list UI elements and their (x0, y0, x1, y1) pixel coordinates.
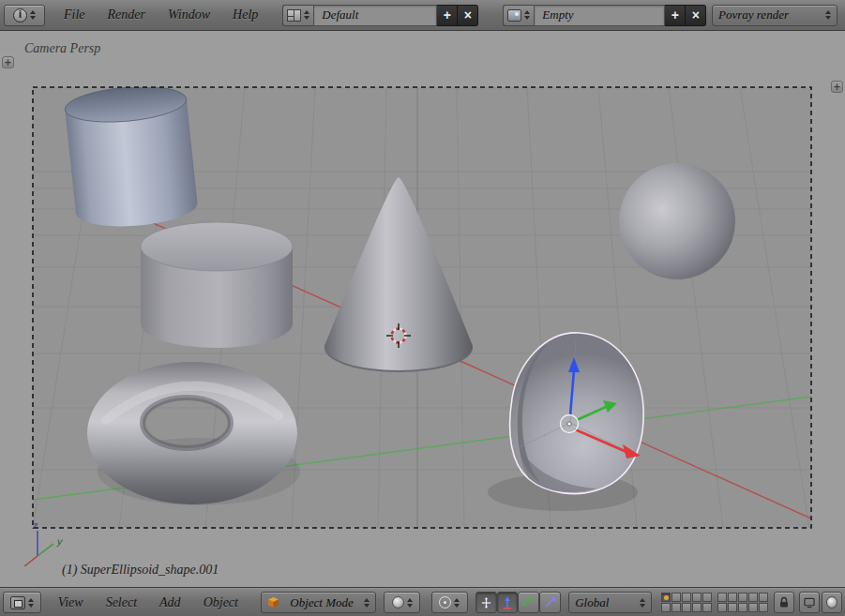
offscreen-render-button[interactable] (799, 592, 820, 613)
layer-15[interactable] (702, 603, 712, 612)
editor-type-arrows-icon (30, 10, 36, 20)
scene-icon (507, 9, 521, 22)
pivot-median-icon (439, 596, 451, 608)
layer-2[interactable] (671, 593, 681, 602)
viewport-editor-arrows-icon (28, 598, 34, 608)
layer-12[interactable] (671, 603, 681, 612)
menu-file[interactable]: File (53, 8, 97, 23)
tall-cylinder-object[interactable] (64, 83, 199, 232)
layer-13[interactable] (682, 603, 691, 612)
menu-help[interactable]: Help (221, 8, 269, 23)
scene-browse-arrows-icon (524, 10, 530, 20)
layer-16[interactable] (717, 603, 727, 612)
mode-dropdown[interactable]: Object Mode (261, 592, 376, 613)
editor-type-button[interactable]: i (4, 5, 45, 26)
active-object-label: (1) SuperEllipsoid_shape.001 (62, 563, 219, 578)
sphere-object[interactable] (619, 163, 735, 279)
manipulator-scale-button[interactable] (539, 592, 561, 613)
orientation-arrows-icon (640, 598, 645, 608)
scale-axis-icon (544, 596, 556, 608)
pivot-point-dropdown[interactable] (431, 592, 468, 613)
info-header: i File Render Window Help Default + × Em… (0, 0, 845, 31)
delete-scene-button[interactable]: × (686, 5, 706, 26)
3d-viewport[interactable]: z y Camera Persp (1) SuperEllipsoid_shap… (0, 31, 845, 588)
mode-label: Object Mode (290, 595, 354, 610)
viewport-scene: z y (0, 31, 845, 588)
viewport-header: View Select Add Object Object Mode (0, 588, 845, 616)
render-engine-arrows-icon (825, 10, 831, 20)
menu-view[interactable]: View (47, 595, 95, 610)
render-engine-label: Povray render (718, 8, 789, 23)
layer-20[interactable] (759, 603, 768, 612)
layer-object-dot (664, 595, 669, 600)
layer-17[interactable] (728, 603, 737, 612)
layer-4[interactable] (692, 593, 702, 602)
menu-window[interactable]: Window (157, 8, 221, 23)
delete-screen-button[interactable]: × (458, 5, 478, 26)
scene-browse-button[interactable] (503, 5, 534, 26)
layer-5[interactable] (702, 593, 712, 602)
layer-8[interactable] (738, 593, 747, 602)
layer-1[interactable] (661, 593, 671, 602)
layer-block-1 (661, 593, 712, 612)
material-preview-button[interactable] (822, 592, 842, 613)
toolshelf-expand-button[interactable]: + (2, 56, 14, 68)
manipulator-rotate-button[interactable] (518, 592, 539, 613)
layer-6[interactable] (717, 593, 727, 602)
rotate-arc-icon (522, 596, 535, 609)
properties-expand-button[interactable]: + (831, 81, 843, 93)
layer-10[interactable] (759, 593, 768, 602)
manipulator-toggle-button[interactable] (475, 592, 497, 613)
translate-axis-icon (502, 596, 513, 609)
layer-14[interactable] (692, 603, 702, 612)
screen-name-field[interactable]: Default (313, 5, 437, 26)
object-mode-cube-icon (267, 596, 279, 608)
view-name-label: Camera Persp (24, 41, 100, 56)
screen-layout-icon (287, 9, 301, 22)
transform-orientation-dropdown[interactable]: Global (568, 592, 652, 613)
screen-browse-button[interactable] (282, 5, 313, 26)
viewport-menu-bar: View Select Add Object (47, 595, 249, 610)
scene-name-field[interactable]: Empty (534, 5, 665, 26)
3d-view-editor-icon (10, 596, 25, 609)
layer-buttons (661, 593, 768, 612)
mini-axis-y-label: y (56, 536, 63, 548)
add-scene-button[interactable]: + (665, 5, 686, 26)
add-screen-button[interactable]: + (437, 5, 458, 26)
layer-block-2 (717, 593, 768, 612)
screen-selector: Default + × (282, 5, 478, 26)
top-menu-bar: File Render Window Help (53, 8, 269, 23)
mode-arrows-icon (364, 598, 370, 608)
lock-layers-button[interactable] (774, 592, 794, 613)
menu-select[interactable]: Select (95, 595, 148, 610)
layer-3[interactable] (682, 593, 691, 602)
menu-object[interactable]: Object (192, 595, 249, 610)
shading-arrows-icon (407, 598, 413, 608)
menu-add[interactable]: Add (148, 595, 192, 610)
info-editor-icon: i (13, 8, 27, 23)
pivot-arrows-icon (454, 598, 460, 608)
short-cylinder-object[interactable] (141, 222, 293, 348)
scene-selector: Empty + × (503, 5, 706, 26)
layer-9[interactable] (748, 593, 758, 602)
preview-sphere-icon (826, 596, 837, 608)
lock-icon (778, 596, 790, 608)
render-display-icon (804, 597, 815, 608)
layer-18[interactable] (738, 603, 747, 612)
viewport-shading-dropdown[interactable] (384, 592, 420, 613)
render-engine-dropdown[interactable]: Povray render (712, 5, 837, 26)
layer-11[interactable] (661, 603, 671, 612)
shading-sphere-icon (392, 596, 404, 608)
viewport-editor-type-button[interactable] (3, 592, 41, 613)
layer-19[interactable] (748, 603, 758, 612)
menu-render[interactable]: Render (97, 8, 157, 23)
layer-7[interactable] (728, 593, 737, 602)
blender-window: i File Render Window Help Default + × Em… (0, 0, 845, 616)
manipulator-move-icon (480, 596, 492, 609)
manipulator-translate-button[interactable] (497, 592, 518, 613)
orientation-label: Global (575, 595, 609, 610)
screen-browse-arrows-icon (304, 10, 309, 20)
